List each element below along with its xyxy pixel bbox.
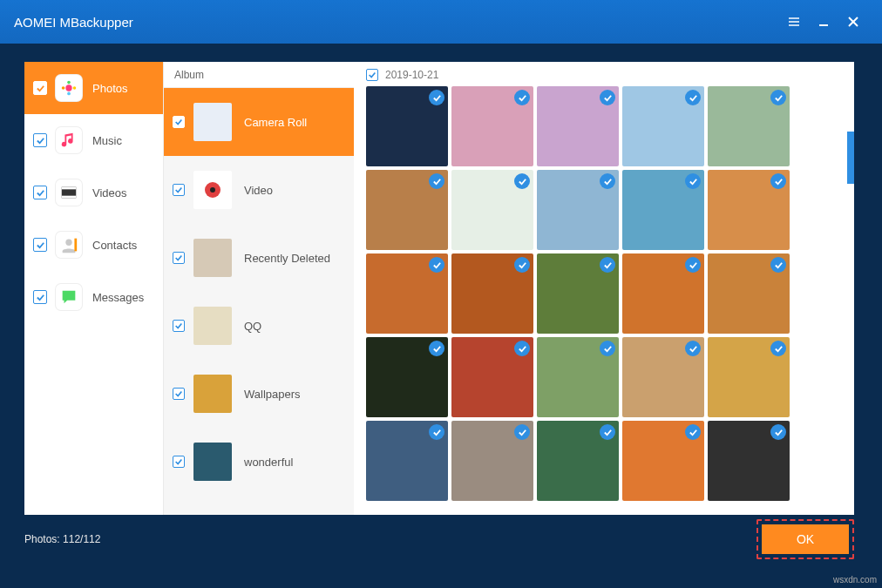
photo-check-icon[interactable] [429,424,444,440]
photo-check-icon[interactable] [429,173,444,189]
category-checkbox[interactable] [33,186,47,199]
photo-check-icon[interactable] [514,424,530,440]
album-camera-roll[interactable]: Camera Roll [164,88,354,156]
photo-check-icon[interactable] [685,173,701,189]
minimize-button[interactable] [809,7,838,37]
photo-thumbnail[interactable] [537,421,619,501]
photo-thumbnail[interactable] [708,337,790,417]
photo-check-icon[interactable] [429,341,444,356]
photo-thumbnail[interactable] [451,421,533,501]
photo-check-icon[interactable] [600,173,615,189]
category-checkbox[interactable] [33,81,47,95]
category-contacts[interactable]: Contacts [24,219,163,271]
category-checkbox[interactable] [33,290,47,304]
photo-thumbnail[interactable] [708,86,790,166]
photo-thumbnail[interactable] [366,253,448,334]
photo-check-icon[interactable] [514,90,530,105]
photo-check-icon[interactable] [514,257,530,273]
photo-check-icon[interactable] [429,257,444,273]
photo-check-icon[interactable] [770,173,786,189]
album-recently-deleted[interactable]: Recently Deleted [164,224,354,292]
photo-check-icon[interactable] [770,424,786,440]
album-thumbnail [193,443,232,481]
category-videos[interactable]: Videos [24,166,163,219]
photo-check-icon[interactable] [770,90,786,105]
svg-point-6 [65,84,71,91]
photo-thumbnail[interactable] [451,170,533,250]
photo-thumbnail[interactable] [366,86,448,166]
photo-thumbnail[interactable] [622,253,704,334]
photo-check-icon[interactable] [770,257,786,273]
close-button[interactable] [838,7,868,37]
photo-check-icon[interactable] [514,341,530,356]
album-video[interactable]: Video [164,156,354,224]
main-panel: PhotosMusicVideosContactsMessages Album … [24,62,854,515]
photo-check-icon[interactable] [685,257,701,273]
photo-panel: 2019-10-21 [354,62,854,515]
photo-check-icon[interactable] [600,341,615,356]
list-view-button[interactable] [779,7,809,37]
photo-thumbnail[interactable] [622,337,704,417]
photo-check-icon[interactable] [685,341,701,356]
photo-thumbnail[interactable] [537,86,619,166]
category-checkbox[interactable] [33,133,47,147]
photo-thumbnail[interactable] [622,170,704,250]
photo-thumbnail[interactable] [537,253,619,334]
album-thumbnail [193,103,232,141]
scrollbar-thumb[interactable] [847,132,854,184]
album-wonderful[interactable]: wonderful [164,428,354,496]
category-sidebar: PhotosMusicVideosContactsMessages [24,62,164,515]
photo-check-icon[interactable] [600,257,615,273]
album-wallpapers[interactable]: Wallpapers [164,360,354,428]
music-icon [56,127,82,153]
photo-thumbnail[interactable] [451,253,533,334]
category-checkbox[interactable] [33,238,47,252]
album-list: Album Camera RollVideoRecently DeletedQQ… [164,62,354,515]
album-qq[interactable]: QQ [164,292,354,360]
photo-check-icon[interactable] [600,90,615,105]
photo-check-icon[interactable] [685,424,701,440]
category-photos[interactable]: Photos [24,62,163,114]
date-checkbox[interactable] [366,69,378,81]
photo-check-icon[interactable] [685,90,701,105]
photo-thumbnail[interactable] [708,421,790,501]
category-label: Photos [92,82,127,95]
photo-check-icon[interactable] [600,424,615,440]
album-checkbox[interactable] [173,320,185,332]
photo-thumbnail[interactable] [708,170,790,250]
photo-thumbnail[interactable] [366,337,448,417]
photo-check-icon[interactable] [770,341,786,356]
svg-point-7 [67,81,71,84]
photo-grid [366,86,842,501]
contacts-icon [56,232,82,258]
album-header: Album [164,62,354,88]
category-label: Messages [92,291,144,304]
photo-thumbnail[interactable] [366,421,448,501]
category-label: Music [92,134,122,147]
photo-thumbnail[interactable] [622,421,704,501]
category-messages[interactable]: Messages [24,271,163,323]
photo-thumbnail[interactable] [708,253,790,334]
category-music[interactable]: Music [24,114,163,166]
album-checkbox[interactable] [173,184,185,196]
album-checkbox[interactable] [173,116,185,128]
album-label: Video [244,184,273,197]
messages-icon [56,284,82,310]
ok-button[interactable]: OK [762,524,849,554]
photo-thumbnail[interactable] [451,86,533,166]
titlebar: AOMEI MBackupper [0,0,882,44]
date-group[interactable]: 2019-10-21 [366,69,842,81]
album-checkbox[interactable] [173,252,185,264]
album-checkbox[interactable] [173,388,185,400]
photo-thumbnail[interactable] [622,86,704,166]
album-checkbox[interactable] [173,456,185,468]
category-label: Videos [92,186,127,199]
photo-thumbnail[interactable] [537,170,619,250]
photo-check-icon[interactable] [514,173,530,189]
photo-thumbnail[interactable] [451,337,533,417]
photo-check-icon[interactable] [429,90,444,105]
photos-icon [56,75,82,101]
photo-thumbnail[interactable] [366,170,448,250]
photo-thumbnail[interactable] [537,337,619,417]
svg-rect-13 [62,196,77,199]
